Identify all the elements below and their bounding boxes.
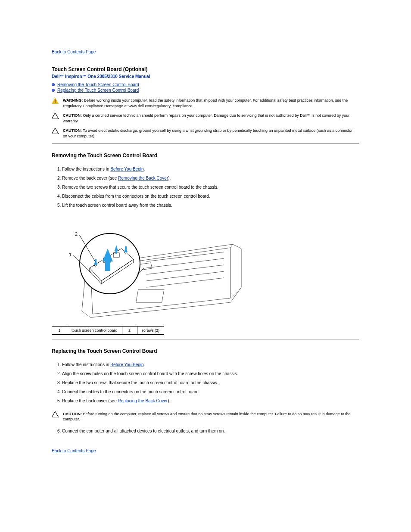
step-item: Follow the instructions in Before You Be… — [62, 360, 359, 369]
caution-admonition: CAUTION: Only a certified service techni… — [52, 113, 359, 124]
step-item: Connect the cables to the connectors on … — [62, 387, 359, 396]
callout-table: 1 touch screen control board 2 screws (2… — [52, 326, 164, 335]
svg-text:!: ! — [54, 99, 56, 104]
caution-text: CAUTION: Only a certified service techni… — [63, 113, 359, 124]
svg-marker-3 — [52, 128, 59, 134]
step-item: Replace the back cover (see Replacing th… — [62, 396, 359, 405]
step-link[interactable]: Before You Begin — [110, 362, 143, 367]
remove-steps: Follow the instructions in Before You Be… — [52, 165, 359, 210]
callout-label-2: 2 — [75, 231, 78, 236]
svg-rect-21 — [125, 246, 127, 252]
toc-item: Removing the Touch Screen Control Board — [52, 82, 359, 87]
svg-rect-25 — [115, 249, 117, 254]
step-text: Connect the cables to the connectors on … — [62, 389, 200, 394]
step-item: Follow the instructions in Before You Be… — [62, 165, 359, 174]
step-link[interactable]: Replacing the Back Cover — [118, 398, 168, 403]
caution-body: Only a certified service technician shou… — [63, 113, 349, 123]
bullet-icon — [52, 83, 55, 86]
caution-text: CAUTION: To avoid electrostatic discharg… — [63, 128, 359, 139]
step-text: Align the screw holes on the touch scree… — [62, 371, 238, 376]
svg-rect-12 — [136, 289, 164, 302]
step-text: Remove the two screws that secure the to… — [62, 185, 218, 190]
caution-icon — [52, 128, 59, 134]
caution-label: CAUTION: — [63, 128, 82, 133]
step-text: . — [144, 362, 145, 367]
toc-item: Replacing the Touch Screen Control Board — [52, 88, 359, 93]
svg-marker-29 — [52, 411, 59, 417]
step-text: Follow the instructions in — [62, 362, 110, 367]
step-item: Remove the two screws that secure the to… — [62, 183, 359, 192]
step-text: . — [144, 167, 145, 171]
step-text: ). — [168, 398, 170, 403]
step-text: Replace the back cover (see — [62, 398, 118, 403]
step-item: Align the screw holes on the touch scree… — [62, 369, 359, 378]
step-text: Remove the back cover (see — [62, 176, 118, 180]
callout-num: 1 — [52, 326, 67, 334]
caution-icon — [52, 113, 59, 119]
figure-illustration: 2 1 — [60, 218, 246, 322]
toc-remove-link[interactable]: Removing the Touch Screen Control Board — [57, 82, 139, 87]
step-item: Disconnect the cables from the connector… — [62, 192, 359, 201]
svg-marker-2 — [52, 113, 59, 119]
step-link[interactable]: Removing the Back Cover — [118, 176, 168, 180]
step-text: Follow the instructions in — [62, 167, 110, 171]
back-to-contents-link[interactable]: Back to Contents Page — [52, 50, 96, 54]
caution-body: Before turning on the computer, replace … — [63, 412, 351, 422]
warning-text: WARNING: Before working inside your comp… — [63, 98, 359, 109]
warning-admonition: ! WARNING: Before working inside your co… — [52, 98, 359, 109]
callout-desc: touch screen control board — [67, 326, 122, 334]
page-title: Touch Screen Control Board (Optional) — [52, 66, 359, 72]
caution-label: CAUTION: — [63, 412, 82, 416]
caution-icon — [52, 411, 59, 417]
caution-text: CAUTION: Before turning on the computer,… — [63, 411, 359, 422]
section-heading-remove: Removing the Touch Screen Control Board — [52, 152, 359, 159]
warning-icon: ! — [52, 98, 59, 104]
manual-line: Dell™ Inspiron™ One 2305/2310 Service Ma… — [52, 74, 359, 79]
page-title-text: Touch Screen Control Board (Optional) — [52, 66, 147, 72]
replace-steps: Follow the instructions in Before You Be… — [52, 360, 359, 405]
step-text: Replace the two screws that secure the t… — [62, 380, 218, 385]
callout-num: 2 — [122, 326, 137, 334]
caution-admonition: CAUTION: Before turning on the computer,… — [52, 411, 359, 422]
step-text: Lift the touch screen control board away… — [62, 203, 172, 208]
toc-list: Removing the Touch Screen Control Board … — [52, 82, 359, 93]
replace-steps-cont: Connect the computer and all attached de… — [52, 426, 359, 436]
callout-desc: screws (2) — [137, 326, 164, 334]
warning-body: Before working inside your computer, rea… — [63, 98, 348, 108]
svg-rect-23 — [105, 260, 110, 271]
step-text: ). — [168, 176, 171, 180]
divider — [52, 339, 359, 339]
toc-replace-link[interactable]: Replacing the Touch Screen Control Board — [57, 88, 139, 93]
svg-line-6 — [230, 287, 241, 298]
back-to-contents-link-bottom[interactable]: Back to Contents Page — [52, 448, 96, 453]
caution-label: CAUTION: — [63, 113, 82, 118]
caution-admonition: CAUTION: To avoid electrostatic discharg… — [52, 128, 359, 139]
step-item: Remove the back cover (see Removing the … — [62, 174, 359, 183]
section-heading-replace: Replacing the Touch Screen Control Board — [52, 348, 359, 354]
divider — [52, 143, 359, 144]
step-item: Connect the computer and all attached de… — [62, 426, 359, 436]
bullet-icon — [52, 89, 55, 92]
caution-body: To avoid electrostatic discharge, ground… — [63, 128, 352, 138]
step-item: Replace the two screws that secure the t… — [62, 378, 359, 387]
step-text: Disconnect the cables from the connector… — [62, 194, 210, 199]
step-link[interactable]: Before You Begin — [110, 167, 143, 171]
callout-label-1: 1 — [69, 252, 72, 257]
svg-line-5 — [230, 244, 233, 248]
warning-label: WARNING: — [63, 98, 83, 103]
step-item: Lift the touch screen control board away… — [62, 201, 359, 210]
